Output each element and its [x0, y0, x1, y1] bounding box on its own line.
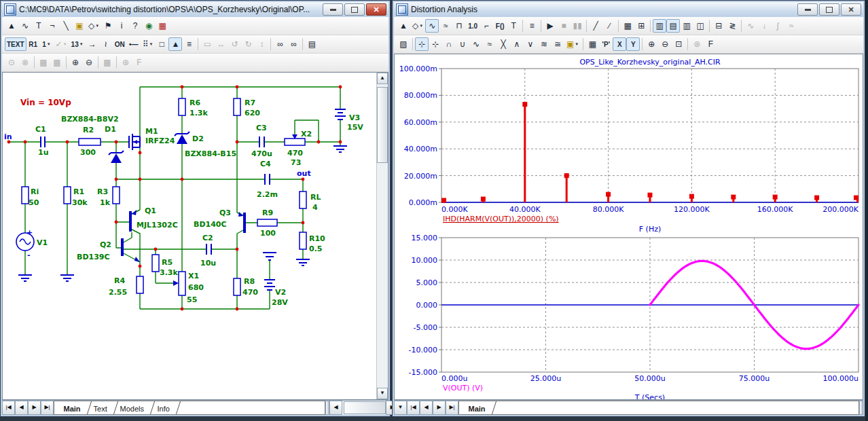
stop-button-icon[interactable]: ■: [557, 19, 571, 33]
rotate-ccw-icon[interactable]: ↺: [228, 37, 241, 51]
cancel-button-icon[interactable]: ⊗: [18, 56, 32, 69]
render-icon[interactable]: ⊛: [119, 56, 132, 69]
go-to-x-icon[interactable]: ▣▼: [564, 37, 581, 51]
border-toggle-icon[interactable]: □: [155, 37, 168, 51]
ortho-wire-mode-icon[interactable]: ¬: [46, 19, 59, 33]
curve-tool-1-icon[interactable]: ∿: [744, 19, 757, 33]
y-scale-icon[interactable]: Y: [626, 37, 640, 51]
analysis-titlebar[interactable]: Distortion Analysis ✕: [394, 2, 863, 17]
pause-button-icon[interactable]: ▮▮: [571, 19, 584, 33]
copy-picture-icon[interactable]: ▩: [37, 56, 50, 69]
wire-mode-icon[interactable]: ∿: [18, 19, 32, 33]
scroll-down-button[interactable]: ▼: [377, 388, 388, 399]
flag-tool-icon[interactable]: ⚑: [101, 19, 115, 33]
slope-tool-icon[interactable]: ≷: [725, 19, 739, 33]
shapes-tool-icon[interactable]: ◇▼: [86, 19, 101, 33]
scale-mode-icon[interactable]: ∿: [425, 19, 439, 33]
close-button[interactable]: ✕: [841, 3, 861, 16]
global-low-icon[interactable]: ∨: [524, 37, 537, 51]
curve-tool-4-icon[interactable]: ≈: [784, 19, 798, 33]
font-button-icon[interactable]: F: [704, 37, 717, 51]
data-points-icon[interactable]: ▦: [621, 19, 634, 33]
prev-page-button[interactable]: ◀: [15, 401, 28, 415]
global-high-icon[interactable]: ∧: [510, 37, 524, 51]
tab-main[interactable]: Main: [58, 401, 92, 414]
node-numbers-icon[interactable]: 1▼: [40, 37, 54, 51]
plot1-legend[interactable]: IHD(HARM(V(OUT)),20000) (%): [443, 215, 559, 223]
measure-horizontal-icon[interactable]: ⊓: [452, 19, 466, 33]
tag-value-icon[interactable]: 1.0: [466, 19, 480, 33]
find-part-icon[interactable]: ▦: [156, 19, 169, 33]
plot-horizontal-icon[interactable]: ▤: [666, 19, 680, 33]
info-mode-icon[interactable]: i: [115, 19, 128, 33]
last-page-button[interactable]: ▶|: [41, 401, 54, 415]
line-mode-icon[interactable]: ╲: [59, 19, 73, 33]
minimize-button[interactable]: [323, 3, 343, 16]
inflection-tool-icon[interactable]: ╳: [496, 37, 510, 51]
formula-text-icon[interactable]: F(): [493, 19, 507, 33]
first-page-button[interactable]: |◀: [407, 401, 420, 415]
zoom-in-icon[interactable]: ⊕: [645, 37, 658, 51]
cursor-mode-icon[interactable]: ≈: [439, 19, 452, 33]
text-attributes-icon[interactable]: TEXT: [5, 37, 26, 51]
hscroll-thumb[interactable]: [344, 401, 386, 414]
valley-tool-icon[interactable]: ∪: [456, 37, 469, 51]
zoom-in-icon[interactable]: ⊕: [69, 56, 82, 69]
model-editor-icon[interactable]: ▤: [305, 37, 319, 51]
vip-mode-icon[interactable]: ✓▼: [54, 37, 69, 51]
prev-page-button[interactable]: ◀: [420, 401, 433, 415]
line-tool-icon[interactable]: ╱: [589, 19, 602, 33]
page-dropdown-button[interactable]: ▼: [394, 401, 407, 415]
info-button-icon[interactable]: ⊙: [5, 56, 18, 69]
zoom-out-icon[interactable]: ⊖: [82, 56, 96, 69]
plots-canvas[interactable]: OPS_Like_Korzhevsky_original_AH.CIR100.0…: [395, 57, 863, 400]
run-button-icon[interactable]: ▶: [543, 19, 557, 33]
schematic-vscrollbar[interactable]: ▲ ▼: [376, 73, 388, 399]
low-tool-icon[interactable]: ≈: [483, 37, 496, 51]
curve-tool-3-icon[interactable]: ∫: [771, 19, 784, 33]
show-currents-icon[interactable]: →: [86, 37, 99, 51]
polyline-tool-icon[interactable]: ∕: [602, 19, 616, 33]
cursor-next-icon[interactable]: ⊹: [429, 37, 442, 51]
last-page-button[interactable]: ▶|: [446, 401, 458, 415]
node-voltages-icon[interactable]: 13▼: [69, 37, 86, 51]
restore-button[interactable]: [344, 3, 365, 16]
schematic-canvas[interactable]: Vin = 10VpinC11uR2300BZX884-B8V2D1M1IRFZ…: [3, 73, 378, 400]
zoom-box-icon[interactable]: ⊡: [672, 37, 685, 51]
copy-page-icon[interactable]: ▩: [50, 56, 64, 69]
attribute-dialog-icon[interactable]: ≡: [182, 37, 196, 51]
plot-grid-icon[interactable]: ◫: [693, 19, 707, 33]
zoom-out-icon[interactable]: ⊖: [658, 37, 672, 51]
plot-vertical-icon[interactable]: ▥: [680, 19, 693, 33]
next-page-button[interactable]: ▶: [28, 401, 41, 415]
numeric-output-icon[interactable]: ▦: [585, 37, 599, 51]
close-button[interactable]: ✕: [366, 3, 386, 16]
peak-tool-icon[interactable]: ∩: [442, 37, 456, 51]
help-mode-icon[interactable]: ?: [128, 19, 142, 33]
plot-one-icon[interactable]: ▥: [653, 19, 666, 33]
show-values-icon[interactable]: R1: [26, 37, 40, 51]
rotate-cw-icon[interactable]: ↻: [241, 37, 255, 51]
schematic-titlebar[interactable]: C:\MC9\DATA\Petrov\switching distortion\…: [2, 2, 388, 17]
restore-button[interactable]: [819, 3, 839, 16]
text-tool-icon[interactable]: T: [507, 19, 520, 33]
show-conditions-icon[interactable]: ON: [113, 37, 127, 51]
flip-vertical-icon[interactable]: ↕: [255, 37, 268, 51]
high-tool-icon[interactable]: ∿: [469, 37, 483, 51]
shapes-tool-icon[interactable]: ◇▼: [410, 19, 425, 33]
tab-main[interactable]: Main: [463, 401, 496, 414]
camera-icon[interactable]: ▩: [101, 56, 114, 69]
grid-toggle-icon[interactable]: ⠿▼: [141, 37, 156, 51]
performance-tags-icon[interactable]: 'P': [599, 37, 613, 51]
flip-horizontal-icon[interactable]: ↔: [214, 37, 228, 51]
analysis-limits-icon[interactable]: ▧: [397, 37, 410, 51]
corner-grip[interactable]: [859, 401, 863, 415]
properties-icon[interactable]: ≡: [525, 19, 539, 33]
box-select-icon[interactable]: ▭: [200, 37, 214, 51]
x-scale-icon[interactable]: X: [613, 37, 626, 51]
component-mode-icon[interactable]: ▣: [73, 19, 86, 33]
camera-icon[interactable]: ⊛: [690, 37, 704, 51]
show-power-icon[interactable]: ≀: [99, 37, 113, 51]
tag-horizontal-icon[interactable]: ⌐: [480, 19, 493, 33]
panel-split-icon[interactable]: ⊟: [712, 19, 725, 33]
